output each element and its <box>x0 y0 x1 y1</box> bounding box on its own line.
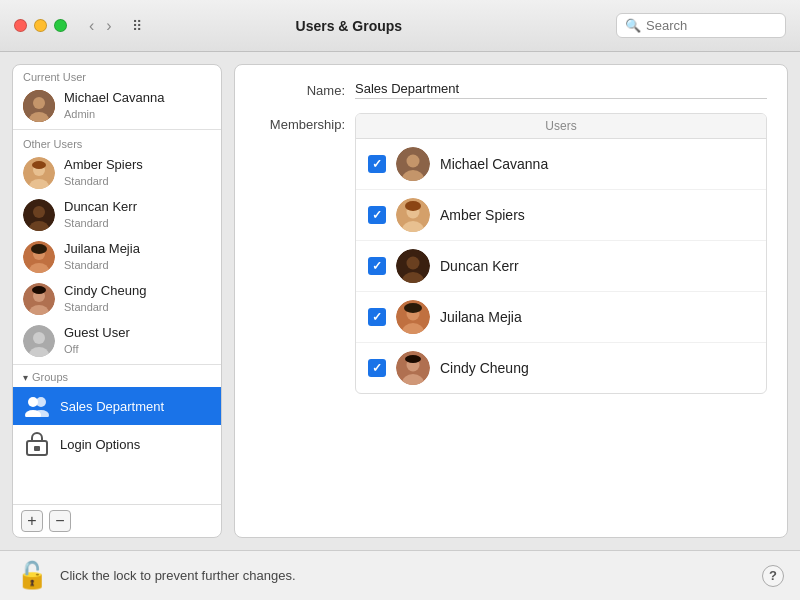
membership-section: Membership: Users Michael Cavanna <box>255 113 767 394</box>
titlebar: ‹ › ⠿ Users & Groups 🔍 <box>0 0 800 52</box>
svg-point-1 <box>33 97 45 109</box>
groups-section-label: ▾ Groups <box>13 367 221 387</box>
login-options-name: Login Options <box>60 437 140 452</box>
member-row-cindy: Cindy Cheung <box>356 343 766 393</box>
svg-point-40 <box>404 303 422 313</box>
duncan-role: Standard <box>64 216 137 230</box>
svg-rect-26 <box>34 446 40 451</box>
sidebar-item-guest[interactable]: Guest User Off <box>13 320 221 362</box>
duncan-text: Duncan Kerr Standard <box>64 199 137 230</box>
search-input[interactable] <box>646 18 777 33</box>
name-label: Name: <box>255 83 345 98</box>
close-button[interactable] <box>14 19 27 32</box>
avatar-duncan <box>23 199 55 231</box>
membership-label: Membership: <box>255 113 345 394</box>
sidebar-item-sales-department[interactable]: Sales Department <box>13 387 221 425</box>
window-title: Users & Groups <box>94 18 604 34</box>
sidebar-item-login-options[interactable]: Login Options <box>13 425 221 463</box>
chevron-down-icon: ▾ <box>23 372 28 383</box>
minimize-button[interactable] <box>34 19 47 32</box>
cindy-name: Cindy Cheung <box>64 283 146 300</box>
member-name-duncan: Duncan Kerr <box>440 258 519 274</box>
cindy-role: Standard <box>64 300 146 314</box>
add-button[interactable]: + <box>21 510 43 532</box>
member-row-amber: Amber Spiers <box>356 190 766 241</box>
sidebar-item-juilana[interactable]: Juilana Mejia Standard <box>13 236 221 278</box>
avatar-guest <box>23 325 55 357</box>
member-avatar-amber <box>396 198 430 232</box>
checkbox-michael[interactable] <box>368 155 386 173</box>
svg-point-17 <box>32 286 46 294</box>
member-name-amber: Amber Spiers <box>440 207 525 223</box>
fullscreen-button[interactable] <box>54 19 67 32</box>
svg-point-13 <box>31 244 47 254</box>
juilana-name: Juilana Mejia <box>64 241 140 258</box>
amber-name: Amber Spiers <box>64 157 143 174</box>
checkbox-duncan[interactable] <box>368 257 386 275</box>
member-name-juilana: Juilana Mejia <box>440 309 522 325</box>
current-user-role: Admin <box>64 107 164 121</box>
lock-icon[interactable]: 🔓 <box>16 560 48 591</box>
svg-point-8 <box>33 206 45 218</box>
sidebar-item-current-user[interactable]: Michael Cavanna Admin <box>13 85 221 127</box>
checkbox-cindy[interactable] <box>368 359 386 377</box>
avatar-cindy <box>23 283 55 315</box>
name-value: Sales Department <box>355 81 767 99</box>
users-column-header: Users <box>356 114 766 139</box>
group-icon <box>23 392 51 420</box>
svg-point-22 <box>36 397 46 407</box>
member-row-michael: Michael Cavanna <box>356 139 766 190</box>
guest-text: Guest User Off <box>64 325 130 356</box>
right-panel: Name: Sales Department Membership: Users <box>234 64 788 538</box>
svg-point-28 <box>407 155 420 168</box>
member-name-cindy: Cindy Cheung <box>440 360 529 376</box>
member-avatar-michael <box>396 147 430 181</box>
member-avatar-juilana <box>396 300 430 334</box>
sidebar-bottom-bar: + − <box>13 504 221 537</box>
traffic-lights <box>14 19 67 32</box>
guest-name: Guest User <box>64 325 130 342</box>
guest-role: Off <box>64 342 130 356</box>
current-user-text: Michael Cavanna Admin <box>64 90 164 121</box>
svg-point-35 <box>407 257 420 270</box>
remove-button[interactable]: − <box>49 510 71 532</box>
membership-list: Users Michael Cavanna <box>355 113 767 394</box>
checkbox-juilana[interactable] <box>368 308 386 326</box>
svg-point-44 <box>405 355 421 363</box>
main-content: Current User Michael Cavanna Admin Other… <box>0 52 800 550</box>
other-users-label: Other Users <box>13 132 221 152</box>
member-avatar-cindy <box>396 351 430 385</box>
sidebar-divider-1 <box>13 129 221 130</box>
help-button[interactable]: ? <box>762 565 784 587</box>
current-user-name: Michael Cavanna <box>64 90 164 107</box>
svg-point-6 <box>32 161 46 169</box>
groups-label: Groups <box>32 371 68 383</box>
svg-point-19 <box>33 332 45 344</box>
avatar-michael <box>23 90 55 122</box>
sales-dept-name: Sales Department <box>60 399 164 414</box>
bottom-bar: 🔓 Click the lock to prevent further chan… <box>0 550 800 600</box>
sidebar: Current User Michael Cavanna Admin Other… <box>12 64 222 538</box>
duncan-name: Duncan Kerr <box>64 199 137 216</box>
amber-text: Amber Spiers Standard <box>64 157 143 188</box>
name-row: Name: Sales Department <box>255 81 767 99</box>
checkbox-amber[interactable] <box>368 206 386 224</box>
search-box: 🔍 <box>616 13 786 38</box>
amber-role: Standard <box>64 174 143 188</box>
lock-text: Click the lock to prevent further change… <box>60 568 750 583</box>
juilana-text: Juilana Mejia Standard <box>64 241 140 272</box>
search-icon: 🔍 <box>625 18 641 33</box>
juilana-role: Standard <box>64 258 140 272</box>
member-row-duncan: Duncan Kerr <box>356 241 766 292</box>
member-avatar-duncan <box>396 249 430 283</box>
sidebar-item-amber[interactable]: Amber Spiers Standard <box>13 152 221 194</box>
sidebar-item-cindy[interactable]: Cindy Cheung Standard <box>13 278 221 320</box>
login-icon <box>23 430 51 458</box>
member-name-michael: Michael Cavanna <box>440 156 548 172</box>
sidebar-item-duncan[interactable]: Duncan Kerr Standard <box>13 194 221 236</box>
avatar-amber <box>23 157 55 189</box>
member-row-juilana: Juilana Mejia <box>356 292 766 343</box>
avatar-juilana <box>23 241 55 273</box>
current-user-label: Current User <box>13 65 221 85</box>
svg-point-33 <box>405 201 421 211</box>
